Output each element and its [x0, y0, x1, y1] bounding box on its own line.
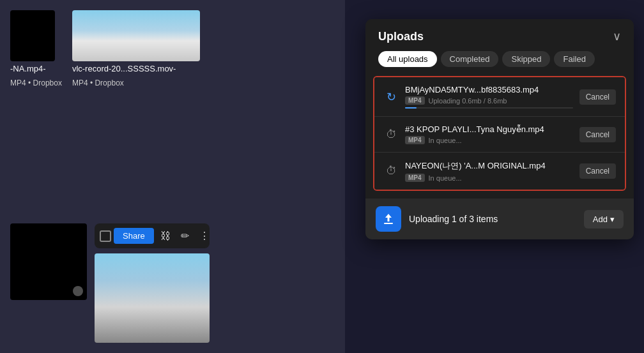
add-button[interactable]: Add ▾	[584, 210, 624, 229]
status-2: In queue...	[429, 137, 462, 144]
collapse-icon[interactable]: ∨	[613, 29, 621, 43]
toolbar-area: Share ⛓ ✏ ⋮	[95, 223, 210, 343]
upload-item-meta-2: MP4 In queue...	[405, 136, 573, 144]
thumb-bottom-snow[interactable]	[95, 253, 210, 343]
queue-icon-3: ⏱	[383, 163, 399, 179]
progress-bar-container-1	[405, 107, 573, 109]
badge-2: MP4	[405, 136, 425, 144]
svg-rect-0	[384, 223, 393, 224]
queue-icon-2: ⏱	[383, 127, 399, 142]
snow-thumb-visual	[72, 10, 200, 61]
tab-completed[interactable]: Completed	[441, 51, 499, 67]
file-col-1: -NA.mp4- MP4 • Dropbox	[10, 10, 62, 90]
tab-skipped[interactable]: Skipped	[502, 51, 550, 67]
filter-tabs: All uploads Completed Skipped Failed	[365, 51, 634, 76]
tab-failed[interactable]: Failed	[554, 51, 594, 67]
upload-item-name-2: #3 KPOP PLAYLI...Tyna Nguyễn.mp4	[405, 124, 573, 134]
file-name-1: -NA.mp4-	[10, 64, 62, 73]
link-icon-btn[interactable]: ⛓	[157, 228, 174, 244]
cancel-button-2[interactable]: Cancel	[579, 127, 616, 142]
add-chevron-icon: ▾	[610, 214, 615, 224]
file-list-area: -NA.mp4- MP4 • Dropbox vlc-record-20...S…	[10, 10, 200, 90]
upload-item-info-3: NAYEON(나연) 'A...M ORIGINAL.mp4 MP4 In qu…	[405, 160, 573, 182]
upload-item-meta-3: MP4 In queue...	[405, 174, 573, 182]
badge-1: MP4	[405, 96, 425, 105]
bottom-left-area: Share ⛓ ✏ ⋮	[10, 223, 285, 343]
status-1: Uploading 0.6mb / 8.6mb	[429, 97, 507, 105]
more-icon-btn[interactable]: ⋮	[195, 227, 213, 244]
file-name-2: vlc-record-20...SSSSS.mov-	[72, 64, 200, 73]
edit-icon-btn[interactable]: ✏	[177, 227, 193, 244]
snow-thumb2-visual	[95, 253, 210, 343]
upload-icon-button[interactable]	[376, 206, 401, 232]
upload-items-list: ↻ BMjAyNDA5MTYw...bf8835683.mp4 MP4 Uplo…	[373, 76, 626, 191]
thumb-snow-top[interactable]	[72, 10, 200, 61]
tab-all-uploads[interactable]: All uploads	[378, 51, 437, 67]
clock-icon-3: ⏱	[386, 165, 397, 177]
cancel-button-3[interactable]: Cancel	[579, 163, 616, 179]
spin-icon: ↻	[387, 90, 396, 104]
upload-item-2: ⏱ #3 KPOP PLAYLI...Tyna Nguyễn.mp4 MP4 I…	[374, 117, 625, 153]
thumb-bottom-black[interactable]	[10, 223, 87, 300]
panel-header: Uploads ∨	[365, 19, 634, 51]
file-col-2: vlc-record-20...SSSSS.mov- MP4 • Dropbox	[72, 10, 200, 90]
thumb-black[interactable]	[10, 10, 55, 61]
upload-item-name-3: NAYEON(나연) 'A...M ORIGINAL.mp4	[405, 160, 573, 172]
upload-item-1: ↻ BMjAyNDA5MTYw...bf8835683.mp4 MP4 Uplo…	[374, 77, 625, 117]
play-indicator	[73, 286, 83, 296]
clock-icon-2: ⏱	[386, 128, 397, 141]
footer-status: Uploading 1 of 3 items	[409, 214, 576, 224]
file-type-1: MP4 • Dropbox	[10, 76, 62, 90]
upload-item-info-1: BMjAyNDA5MTYw...bf8835683.mp4 MP4 Upload…	[405, 85, 573, 109]
add-button-label: Add	[593, 214, 608, 224]
upload-item-name-1: BMjAyNDA5MTYw...bf8835683.mp4	[405, 85, 573, 94]
file-type-2: MP4 • Dropbox	[72, 76, 200, 90]
select-checkbox[interactable]	[100, 230, 111, 242]
status-3: In queue...	[429, 174, 462, 182]
upload-item-info-2: #3 KPOP PLAYLI...Tyna Nguyễn.mp4 MP4 In …	[405, 124, 573, 144]
upload-arrow-icon	[382, 213, 395, 225]
progress-bar-fill-1	[405, 107, 417, 109]
panel-footer: Uploading 1 of 3 items Add ▾	[365, 199, 634, 239]
uploading-icon-1: ↻	[383, 89, 399, 105]
upload-item-3: ⏱ NAYEON(나연) 'A...M ORIGINAL.mp4 MP4 In …	[374, 153, 625, 190]
upload-panel: Uploads ∨ All uploads Completed Skipped …	[365, 19, 634, 239]
cancel-button-1[interactable]: Cancel	[579, 89, 616, 105]
upload-item-meta-1: MP4 Uploading 0.6mb / 8.6mb	[405, 96, 573, 105]
badge-3: MP4	[405, 174, 425, 182]
toolbar: Share ⛓ ✏ ⋮	[95, 223, 210, 248]
panel-title: Uploads	[378, 30, 424, 43]
share-button[interactable]: Share	[114, 228, 154, 244]
